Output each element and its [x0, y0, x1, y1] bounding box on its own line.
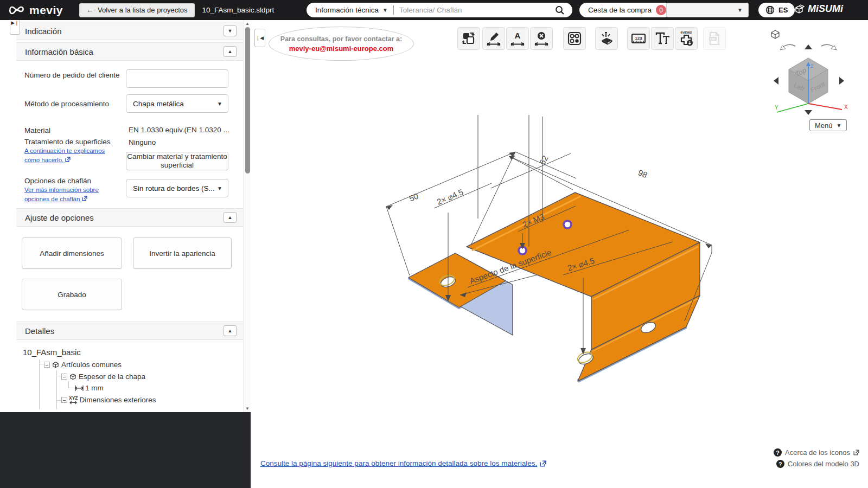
collapse-toggle-button[interactable]: ▲: [224, 46, 237, 57]
text-tool-button[interactable]: [651, 27, 674, 50]
left-sidebar: Indicación ▼ Información básica ▲ Número…: [0, 20, 251, 412]
file-name: 10_FAsm_basic.sldprt: [202, 6, 275, 14]
add-dimensions-button[interactable]: Añadir dimensiones: [22, 237, 122, 269]
engrave-button[interactable]: [595, 27, 618, 50]
scrollbar-thumb[interactable]: [245, 27, 250, 174]
collapse-toggle-button[interactable]: ▲: [224, 212, 237, 223]
model-colors-link[interactable]: ? Colores del modelo 3D: [776, 460, 859, 468]
chevron-down-icon: ▼: [382, 7, 388, 13]
help-icon: ?: [774, 448, 782, 457]
chevron-down-icon: ▼: [217, 101, 222, 107]
project-dropdown[interactable]: ▼: [666, 3, 749, 17]
dimension-icon: [75, 385, 84, 391]
meviy-logo[interactable]: meviy: [8, 4, 63, 17]
contact-email-link[interactable]: meviy-eu@misumi-europe.com: [289, 44, 394, 53]
material-value: EN 1.0330 equiv.(EN 1.0320 ...: [129, 126, 232, 134]
invert-appearance-button[interactable]: Invertir la apariencia: [133, 237, 232, 269]
search-category-dropdown[interactable]: Información técnica ▼: [307, 6, 393, 14]
cart-count-badge: 0: [656, 5, 666, 15]
meviy-infinity-icon: [8, 5, 26, 15]
dim-98-label: 98: [637, 168, 649, 179]
engrave-icon: [599, 31, 614, 46]
help-icon: ?: [776, 460, 784, 468]
cart-button[interactable]: Cesta de la compra 0: [579, 3, 672, 17]
xyz-icon: XYZ: [69, 396, 78, 404]
axis-x-label: X: [844, 104, 848, 110]
tree-item-thickness[interactable]: Espesor de la chapa: [61, 373, 145, 381]
materials-info-link[interactable]: Consulte la página siguiente para obtene…: [260, 459, 546, 467]
back-arrow-icon: ←: [86, 6, 93, 14]
external-link-icon: [65, 157, 71, 162]
measure-button[interactable]: 123: [627, 27, 650, 50]
tree-collapse-icon[interactable]: [44, 362, 50, 368]
dxf-file-icon: DXF: [707, 31, 722, 46]
material-label: Material: [24, 126, 50, 136]
about-icons-link[interactable]: ? Acerca de los iconos: [774, 448, 859, 457]
processing-method-label: Método de procesamiento: [24, 99, 109, 109]
rotate-right-arrow[interactable]: [821, 44, 837, 50]
svg-text:6VIEWS: 6VIEWS: [681, 31, 692, 34]
change-order-button[interactable]: [457, 27, 480, 50]
tree-collapse-icon[interactable]: [61, 397, 67, 403]
iso-view-icon[interactable]: [771, 30, 779, 38]
chamfer-info-link[interactable]: Ver más información sobre opciones de ch…: [24, 185, 99, 203]
axis-y-label: Y: [775, 105, 778, 111]
tree-item-common[interactable]: Artículos comunes: [44, 361, 122, 369]
sidebar-scrollbar[interactable]: ▲ ▼: [243, 20, 251, 412]
section-options[interactable]: Ajuste de opciones ▲: [16, 208, 243, 227]
tree-root[interactable]: 10_FAsm_basic: [23, 348, 81, 357]
delete-dimension-button[interactable]: [530, 27, 553, 50]
tilt-up-arrow[interactable]: [805, 44, 812, 49]
surface-help-link[interactable]: A continuación te explicamos cómo hacerl…: [24, 146, 105, 164]
chamfer-select[interactable]: Sin rotura de bordes (S... ▼: [126, 179, 228, 197]
tree-item-outer-dimensions[interactable]: XYZ Dimensiones exteriores: [61, 396, 156, 404]
rotate-y-left-arrow[interactable]: [774, 77, 778, 85]
search-input[interactable]: [394, 6, 555, 14]
dim-62-label: 62: [538, 154, 550, 166]
collapse-toggle-button[interactable]: ▼: [224, 25, 237, 36]
hole-edit-button[interactable]: [563, 27, 586, 50]
view-cube-widget[interactable]: Top Left Front Y X Z: [766, 28, 853, 129]
dxf-download-button: DXF: [703, 27, 726, 50]
edit-dimension-icon: [487, 31, 501, 46]
section-basic-info[interactable]: Información básica ▲: [16, 42, 243, 61]
rotate-y-right-arrow[interactable]: [839, 77, 844, 85]
six-views-button[interactable]: 6VIEWS: [675, 27, 698, 50]
change-material-button[interactable]: Cambiar material y tratamiento superfici…: [126, 152, 228, 170]
collapse-toggle-button[interactable]: ▲: [224, 325, 237, 336]
surface-treatment-label: Tratamiento de superficies: [24, 137, 111, 147]
globe-icon: [765, 5, 775, 15]
chamfer-options-label: Opciones de chaflán: [24, 176, 91, 186]
chevron-down-icon: ▼: [737, 7, 743, 13]
chevron-down-icon: ▼: [837, 123, 842, 129]
order-number-input[interactable]: [126, 69, 228, 88]
external-link-icon: [853, 450, 859, 455]
tilt-down-arrow[interactable]: [805, 110, 812, 115]
language-selector[interactable]: ES: [758, 3, 795, 17]
view-menu-button[interactable]: Menú ▼: [809, 119, 847, 131]
rotate-left-arrow[interactable]: [780, 44, 795, 50]
quote-footer: Cantidad 1 ▼ ? Lista de precios por cant…: [0, 412, 251, 488]
external-link-icon: [82, 196, 87, 201]
edit-dimension-button[interactable]: [482, 27, 505, 50]
details-tree: 10_FAsm_basic Artículos comunes Espesor …: [23, 348, 240, 412]
measure-ruler-icon: 123: [631, 31, 646, 46]
section-indication[interactable]: Indicación ▼: [16, 22, 243, 40]
chevron-down-icon: ▼: [217, 185, 222, 191]
search-icon[interactable]: [555, 5, 565, 15]
axis-x: [808, 104, 842, 110]
scroll-up-arrow[interactable]: ▲: [245, 21, 250, 26]
back-to-projects-button[interactable]: ← Volver a la lista de proyectos: [79, 3, 194, 17]
processing-method-select[interactable]: Chapa metálica ▼: [126, 94, 228, 113]
dimension-text-button[interactable]: A: [506, 27, 529, 50]
contact-bubble: Para consultas, por favor contactar a: m…: [269, 27, 414, 61]
tree-item-thickness-value[interactable]: 1 mm: [75, 384, 104, 392]
panel-collapse-handle[interactable]: ❘◀: [254, 29, 265, 47]
viewer-canvas[interactable]: 50 98 62 2× ⌀4.5 2× M3 Aspecto de la sup…: [251, 20, 868, 488]
engraving-button[interactable]: Grabado: [22, 279, 122, 310]
tree-collapse-icon[interactable]: [61, 374, 67, 380]
scroll-down-arrow[interactable]: ▼: [245, 406, 250, 411]
hole-edit-icon: [567, 31, 582, 46]
section-details[interactable]: Detalles ▲: [16, 322, 243, 340]
holes-left-label: 2× ⌀4.5: [436, 187, 465, 207]
